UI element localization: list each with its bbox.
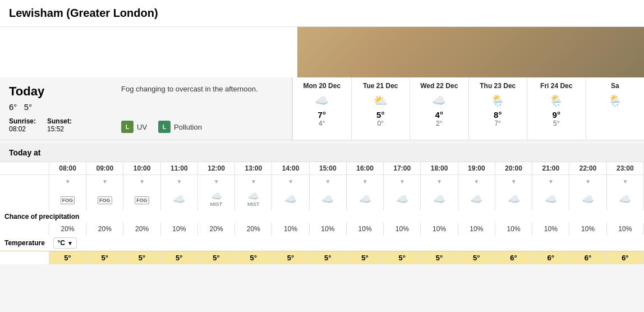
page-title: Lewisham (Greater London) <box>0 0 644 27</box>
forecast-day: Thu 23 Dec 🌦️ 8° 7° <box>468 77 527 140</box>
sunrise-info: Sunrise: 08:02 <box>9 117 36 133</box>
today-temps: 6° 5° <box>9 102 103 112</box>
forecast-day: Sa 🌦️ <box>586 77 645 140</box>
weather-description: Fog changing to overcast in the afternoo… <box>121 84 283 94</box>
forecast-day: Wed 22 Dec ☁️ 4° 2° <box>410 77 468 140</box>
pollution-badge: L Pollution <box>158 121 202 133</box>
today-label: Today <box>9 84 103 99</box>
forecast-day: Fri 24 Dec 🌦️ 9° 5° <box>527 77 586 140</box>
uv-badge: L UV <box>121 121 147 133</box>
today-at-label: Today at <box>0 144 644 162</box>
pollution-icon: L <box>158 121 171 133</box>
sunset-info: Sunset: 15:52 <box>47 117 72 133</box>
uv-icon: L <box>121 121 134 133</box>
forecast-day: Tue 21 Dec ⛅ 5° 0° <box>351 77 410 140</box>
temp-unit-selector[interactable]: °C ▼ <box>53 237 76 249</box>
forecast-day: Mon 20 Dec ☁️ 7° 4° <box>292 77 351 140</box>
hourly-table: 08:0009:0010:0011:0012:0013:0014:0015:00… <box>0 162 644 264</box>
today-description-panel: Fog changing to overcast in the afternoo… <box>112 77 292 140</box>
forecast-strip: Mon 20 Dec ☁️ 7° 4° Tue 21 Dec ⛅ 5° 0° W… <box>292 77 644 140</box>
hourly-section: Today at 08:0009:0010:0011:0012:0013:001… <box>0 144 644 264</box>
